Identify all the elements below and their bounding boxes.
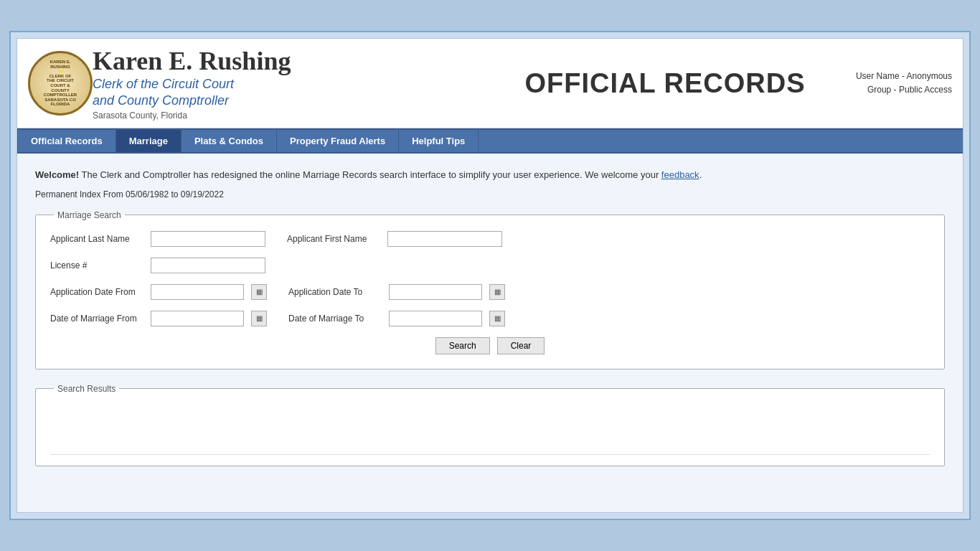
clerk-name: Karen E. Rushing xyxy=(93,46,474,76)
nav-property-fraud-alerts[interactable]: Property Fraud Alerts xyxy=(277,130,399,152)
main-content: Welcome! The Clerk and Comptroller has r… xyxy=(17,154,963,512)
search-results-fieldset: Search Results xyxy=(35,384,945,466)
marriage-date-from-group: Date of Marriage From ▦ xyxy=(50,311,267,326)
welcome-bold: Welcome! xyxy=(35,169,79,180)
last-name-input[interactable] xyxy=(151,231,265,247)
seal-text: KAREN E.RUSHING⭐CLERK OFTHE CIRCUITCOURT… xyxy=(44,60,77,107)
app-date-from-input[interactable] xyxy=(151,284,244,300)
outer-wrapper: KAREN E.RUSHING⭐CLERK OFTHE CIRCUITCOURT… xyxy=(9,31,971,521)
marriage-date-from-label: Date of Marriage From xyxy=(50,314,143,324)
user-info: User Name - Anonymous Group - Public Acc… xyxy=(856,70,952,97)
marriage-search-fieldset: Marriage Search Applicant Last Name Appl… xyxy=(35,210,945,369)
last-name-group: Applicant Last Name xyxy=(50,231,265,247)
nav-plats-condos[interactable]: Plats & Condos xyxy=(182,130,277,152)
app-date-to-calendar-button[interactable]: ▦ xyxy=(489,284,505,300)
county-label: Sarasota County, Florida xyxy=(93,110,474,121)
app-date-row: Application Date From ▦ Application Date… xyxy=(50,284,930,300)
app-date-from-calendar-button[interactable]: ▦ xyxy=(251,284,267,300)
nav-bar: Official Records Marriage Plats & Condos… xyxy=(17,128,963,154)
first-name-label: Applicant First Name xyxy=(287,234,380,244)
clear-button[interactable]: Clear xyxy=(497,337,545,354)
app-date-from-label: Application Date From xyxy=(50,287,143,297)
name-row: Applicant Last Name Applicant First Name xyxy=(50,231,930,247)
marriage-date-to-label: Date of Marriage To xyxy=(288,314,382,324)
marriage-date-row: Date of Marriage From ▦ Date of Marriage… xyxy=(50,311,930,326)
nav-marriage[interactable]: Marriage xyxy=(116,130,182,152)
license-input[interactable] xyxy=(151,258,265,273)
official-records-heading: OFFICIAL RECORDS xyxy=(474,68,856,99)
nav-helpful-tips[interactable]: Helpful Tips xyxy=(399,130,479,152)
welcome-message: Welcome! The Clerk and Comptroller has r… xyxy=(35,168,945,182)
license-label: License # xyxy=(50,260,143,270)
app-date-to-label: Application Date To xyxy=(288,287,382,297)
search-buttons: Search Clear xyxy=(50,337,930,354)
header: KAREN E.RUSHING⭐CLERK OFTHE CIRCUITCOURT… xyxy=(17,39,963,129)
header-title-block: Karen E. Rushing Clerk of the Circuit Co… xyxy=(93,46,474,121)
app-date-to-group: Application Date To ▦ xyxy=(288,284,505,300)
license-group: License # xyxy=(50,258,265,273)
marriage-date-from-calendar-button[interactable]: ▦ xyxy=(251,311,267,326)
user-group: Group - Public Access xyxy=(856,83,952,97)
marriage-date-to-input[interactable] xyxy=(389,311,482,326)
search-legend: Marriage Search xyxy=(54,210,125,220)
marriage-date-to-group: Date of Marriage To ▦ xyxy=(288,311,505,326)
last-name-label: Applicant Last Name xyxy=(50,234,143,244)
first-name-input[interactable] xyxy=(387,231,502,247)
marriage-date-from-input[interactable] xyxy=(151,311,244,326)
results-area xyxy=(50,405,930,455)
seal-logo: KAREN E.RUSHING⭐CLERK OFTHE CIRCUITCOURT… xyxy=(28,51,93,116)
results-legend: Search Results xyxy=(54,384,119,394)
user-name: User Name - Anonymous xyxy=(856,70,952,83)
search-button[interactable]: Search xyxy=(435,337,490,354)
first-name-group: Applicant First Name xyxy=(287,231,502,247)
welcome-body: The Clerk and Comptroller has redesigned… xyxy=(79,169,661,180)
inner-wrapper: KAREN E.RUSHING⭐CLERK OFTHE CIRCUITCOURT… xyxy=(17,38,963,514)
feedback-link[interactable]: feedback xyxy=(661,169,699,180)
welcome-end: . xyxy=(699,169,702,180)
app-date-from-group: Application Date From ▦ xyxy=(50,284,267,300)
permanent-index: Permanent Index From 05/06/1982 to 09/19… xyxy=(35,189,945,199)
app-date-to-input[interactable] xyxy=(389,284,482,300)
nav-official-records[interactable]: Official Records xyxy=(17,130,116,152)
clerk-subtitle: Clerk of the Circuit Court and County Co… xyxy=(93,76,474,110)
license-row: License # xyxy=(50,258,930,273)
marriage-date-to-calendar-button[interactable]: ▦ xyxy=(489,311,505,326)
